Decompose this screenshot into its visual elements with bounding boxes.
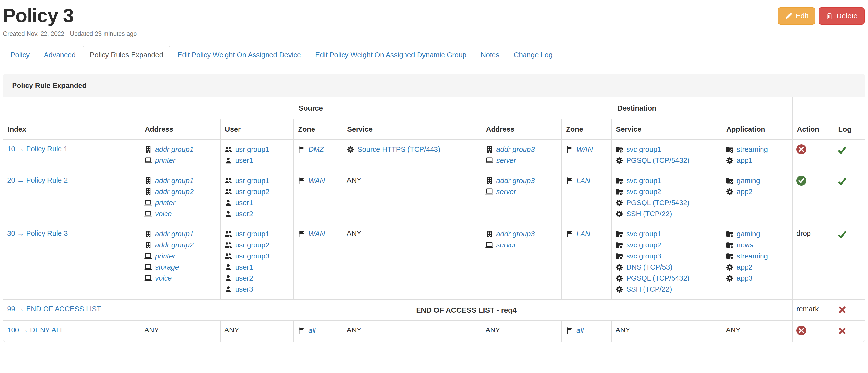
- object-link[interactable]: app2: [737, 188, 753, 196]
- laptop-icon: [144, 274, 152, 282]
- object-link[interactable]: storage: [155, 263, 179, 271]
- object-item: streaming: [726, 251, 788, 262]
- users-icon: [224, 188, 232, 196]
- object-link[interactable]: Source HTTPS (TCP/443): [358, 145, 440, 154]
- object-link[interactable]: addr group3: [496, 145, 534, 154]
- object-link[interactable]: LAN: [577, 177, 590, 185]
- folder-gear-icon: [616, 146, 623, 153]
- page-subtitle: Created Nov. 22, 2022 · Updated 23 minut…: [3, 30, 865, 37]
- object-link[interactable]: svc group3: [626, 252, 661, 260]
- object-link[interactable]: printer: [155, 252, 175, 260]
- tab-notes[interactable]: Notes: [473, 46, 506, 64]
- object-link[interactable]: SSH (TCP/22): [626, 210, 672, 218]
- object-link[interactable]: user1: [235, 263, 253, 271]
- tab-advanced[interactable]: Advanced: [37, 46, 83, 64]
- object-item: usr group1: [224, 144, 290, 155]
- object-link[interactable]: server: [496, 188, 516, 196]
- object-item: user1: [224, 262, 290, 273]
- src_user-cell: usr group1user1: [220, 140, 293, 171]
- tab-change-log[interactable]: Change Log: [506, 46, 560, 64]
- gear-icon: [726, 274, 734, 282]
- object-link[interactable]: app3: [737, 274, 753, 282]
- tab-policy[interactable]: Policy: [3, 46, 37, 64]
- src_service-cell: ANY: [343, 321, 482, 342]
- object-link[interactable]: svc group1: [626, 145, 661, 154]
- object-link[interactable]: app1: [737, 157, 753, 165]
- tab-edit-policy-weight-on-assigned-dynamic-group[interactable]: Edit Policy Weight On Assigned Dynamic G…: [308, 46, 473, 64]
- object-link[interactable]: server: [496, 241, 516, 249]
- rule-link[interactable]: 100 → DENY ALL: [7, 325, 64, 334]
- object-link[interactable]: news: [737, 241, 753, 249]
- object-link[interactable]: LAN: [577, 230, 590, 238]
- rule-link[interactable]: 99 → END OF ACCESS LIST: [7, 304, 101, 313]
- policy-rules-table: Index Source Destination Action Log Addr…: [3, 97, 865, 342]
- object-link[interactable]: addr group3: [496, 177, 534, 185]
- object-link[interactable]: PGSQL (TCP/5432): [626, 157, 689, 165]
- object-link[interactable]: DNS (TCP/53): [626, 263, 672, 271]
- object-link[interactable]: user1: [235, 157, 253, 165]
- object-link[interactable]: user2: [235, 210, 253, 218]
- object-link[interactable]: printer: [155, 199, 175, 207]
- object-link[interactable]: user2: [235, 274, 253, 282]
- dst_zone-cell: WAN: [562, 140, 612, 171]
- object-link[interactable]: usr group1: [235, 177, 270, 185]
- gear-icon: [347, 146, 354, 153]
- delete-button-label: Delete: [836, 12, 858, 20]
- object-link[interactable]: voice: [155, 274, 172, 282]
- object-link[interactable]: gaming: [737, 230, 760, 238]
- building-icon: [144, 146, 152, 153]
- object-link[interactable]: addr group2: [155, 188, 193, 196]
- object-link[interactable]: addr group1: [155, 145, 193, 154]
- object-item: gaming: [726, 175, 788, 186]
- object-link[interactable]: svc group1: [626, 177, 661, 185]
- action-cell: drop: [793, 224, 834, 300]
- object-link[interactable]: SSH (TCP/22): [626, 285, 672, 294]
- rule-link[interactable]: 20 → Policy Rule 2: [7, 175, 68, 184]
- object-link[interactable]: DMZ: [308, 145, 324, 154]
- object-link[interactable]: PGSQL (TCP/5432): [626, 199, 689, 207]
- folder-gear-icon: [616, 188, 623, 196]
- col-log: Log: [834, 97, 865, 140]
- object-link[interactable]: usr group1: [235, 145, 270, 154]
- object-link[interactable]: user1: [235, 199, 253, 207]
- delete-button[interactable]: Delete: [818, 7, 865, 25]
- object-link[interactable]: addr group1: [155, 177, 193, 185]
- user-icon: [224, 263, 232, 271]
- object-link[interactable]: gaming: [737, 177, 760, 185]
- object-link[interactable]: addr group2: [155, 241, 193, 249]
- object-link[interactable]: PGSQL (TCP/5432): [626, 274, 689, 282]
- object-link[interactable]: all: [308, 327, 315, 335]
- object-link[interactable]: streaming: [737, 252, 768, 260]
- object-link[interactable]: WAN: [308, 230, 325, 238]
- any-label: ANY: [347, 229, 362, 238]
- object-link[interactable]: voice: [155, 210, 172, 218]
- object-link[interactable]: usr group1: [235, 230, 270, 238]
- flag-icon: [565, 230, 573, 238]
- tab-policy-rules-expanded[interactable]: Policy Rules Expanded: [83, 46, 170, 64]
- object-link[interactable]: server: [496, 157, 516, 165]
- tab-edit-policy-weight-on-assigned-device[interactable]: Edit Policy Weight On Assigned Device: [170, 46, 308, 64]
- index-cell: 10 → Policy Rule 1: [3, 140, 140, 171]
- user-icon: [224, 285, 232, 293]
- object-link[interactable]: addr group1: [155, 230, 193, 238]
- object-link[interactable]: streaming: [737, 145, 768, 154]
- object-link[interactable]: WAN: [577, 145, 593, 154]
- object-link[interactable]: printer: [155, 157, 175, 165]
- object-link[interactable]: user3: [235, 285, 253, 294]
- object-link[interactable]: usr group2: [235, 188, 270, 196]
- user-icon: [224, 210, 232, 218]
- edit-button[interactable]: Edit: [778, 7, 815, 25]
- object-link[interactable]: all: [577, 327, 584, 335]
- rule-link[interactable]: 10 → Policy Rule 1: [7, 144, 68, 153]
- object-item: user2: [224, 273, 290, 284]
- object-link[interactable]: WAN: [308, 177, 325, 185]
- object-link[interactable]: app2: [737, 263, 753, 271]
- object-link[interactable]: svc group2: [626, 241, 661, 249]
- object-link[interactable]: svc group1: [626, 230, 661, 238]
- rule-link[interactable]: 30 → Policy Rule 3: [7, 229, 68, 238]
- object-link[interactable]: addr group3: [496, 230, 534, 238]
- deny-icon: [797, 144, 806, 154]
- object-link[interactable]: svc group2: [626, 188, 661, 196]
- object-link[interactable]: usr group2: [235, 241, 270, 249]
- object-link[interactable]: usr group3: [235, 252, 270, 260]
